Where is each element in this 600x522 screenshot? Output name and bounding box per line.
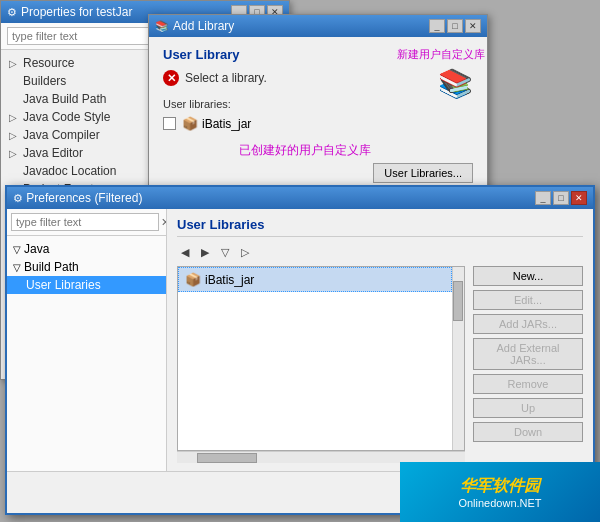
- up-button[interactable]: Up: [473, 398, 583, 418]
- tree-label: Java Compiler: [23, 128, 100, 142]
- preferences-close-btn[interactable]: ✕: [571, 191, 587, 205]
- toolbar-collapse-btn[interactable]: ▷: [237, 245, 253, 260]
- pref-tree-item-java[interactable]: ▽ Java: [7, 240, 166, 258]
- pref-tree-label: Java: [24, 242, 49, 256]
- preferences-min-btn[interactable]: _: [535, 191, 551, 205]
- properties-icon: ⚙: [7, 6, 17, 19]
- add-library-close-btn[interactable]: ✕: [465, 19, 481, 33]
- library-icon: 📦: [185, 272, 201, 287]
- watermark-line1: 华军软件园: [460, 476, 540, 497]
- add-library-title: Add Library: [173, 19, 234, 33]
- library-list-item[interactable]: 📦 iBatis_jar: [178, 267, 452, 292]
- add-library-controls: _ □ ✕: [429, 19, 481, 33]
- toolbar-back-btn[interactable]: ◀: [177, 245, 193, 260]
- pref-tree-item-user-libraries[interactable]: User Libraries: [7, 276, 166, 294]
- expand-arrow-icon: ▷: [9, 112, 19, 123]
- preferences-titlebar: ⚙ Preferences (Filtered) _ □ ✕: [7, 187, 593, 209]
- tree-label: Java Code Style: [23, 110, 110, 124]
- properties-title: Properties for testJar: [21, 5, 132, 19]
- toolbar-expand-btn[interactable]: ▽: [217, 245, 233, 260]
- preferences-main: User Libraries ◀ ▶ ▽ ▷ 📦 iBatis_jar: [167, 209, 593, 471]
- expand-arrow-icon: ▽: [13, 262, 21, 273]
- tree-label: Resource: [23, 56, 74, 70]
- add-library-content: User Library ✕ Select a library. 📚 User …: [149, 37, 487, 147]
- preferences-max-btn[interactable]: □: [553, 191, 569, 205]
- add-library-icon: 📚: [155, 20, 169, 33]
- scroll-thumb[interactable]: [453, 281, 463, 321]
- tree-label: Java Build Path: [23, 92, 106, 106]
- error-row: ✕ Select a library.: [163, 70, 473, 86]
- list-scrollbar[interactable]: [452, 267, 464, 450]
- pref-tree-label: User Libraries: [26, 278, 101, 292]
- expand-arrow-icon: ▷: [9, 130, 19, 141]
- library-item-name: iBatis_jar: [202, 117, 251, 131]
- user-libraries-label: User libraries:: [163, 98, 473, 110]
- error-text: Select a library.: [185, 71, 267, 85]
- annotation-created: 已创建好的用户自定义库: [239, 142, 371, 159]
- toolbar-forward-btn[interactable]: ▶: [197, 245, 213, 260]
- annotation-new: 新建用户自定义库: [397, 47, 485, 62]
- new-button[interactable]: New...: [473, 266, 583, 286]
- preferences-section-title: User Libraries: [177, 217, 583, 237]
- error-icon: ✕: [163, 70, 179, 86]
- preferences-search-bar: ✕: [7, 209, 166, 236]
- watermark: 华军软件园 Onlinedown.NET: [400, 462, 600, 522]
- preferences-tree: ▽ Java ▽ Build Path User Libraries: [7, 236, 166, 298]
- library-list-item[interactable]: 📦 iBatis_jar: [182, 116, 251, 131]
- preferences-controls: _ □ ✕: [535, 191, 587, 205]
- preferences-toolbar: ◀ ▶ ▽ ▷: [177, 245, 583, 260]
- library-list-container: 📦 iBatis_jar: [177, 266, 465, 451]
- tree-label: Java Editor: [23, 146, 83, 160]
- tree-label: Javadoc Location: [23, 164, 116, 178]
- add-external-jars-button[interactable]: Add External JARs...: [473, 338, 583, 370]
- library-checkbox[interactable]: [163, 117, 176, 130]
- add-library-max-btn[interactable]: □: [447, 19, 463, 33]
- pref-tree-label: Build Path: [24, 260, 79, 274]
- edit-button[interactable]: Edit...: [473, 290, 583, 310]
- down-button[interactable]: Down: [473, 422, 583, 442]
- library-list: 📦 iBatis_jar: [178, 267, 452, 450]
- library-name: iBatis_jar: [205, 273, 254, 287]
- expand-arrow-icon: ▷: [9, 148, 19, 159]
- remove-button[interactable]: Remove: [473, 374, 583, 394]
- horiz-scroll-thumb[interactable]: [197, 453, 257, 463]
- preferences-icon: ⚙: [13, 192, 23, 204]
- add-library-titlebar: 📚 Add Library _ □ ✕: [149, 15, 487, 37]
- tree-label: Builders: [23, 74, 66, 88]
- expand-arrow-icon: ▽: [13, 244, 21, 255]
- preferences-title: Preferences (Filtered): [26, 191, 142, 205]
- user-libraries-button[interactable]: User Libraries...: [373, 163, 473, 183]
- library-item-icon: 📦: [182, 116, 198, 131]
- add-library-min-btn[interactable]: _: [429, 19, 445, 33]
- preferences-body: ✕ ▽ Java ▽ Build Path User Libraries Use…: [7, 209, 593, 471]
- add-jars-button[interactable]: Add JARs...: [473, 314, 583, 334]
- preferences-content: 📦 iBatis_jar New...: [177, 266, 583, 463]
- preferences-right-buttons: New... Edit... Add JARs... Add External …: [473, 266, 583, 463]
- preferences-search-input[interactable]: [11, 213, 159, 231]
- watermark-line2: Onlinedown.NET: [458, 497, 541, 509]
- library-big-icon: 📚: [438, 67, 473, 100]
- preferences-sidebar: ✕ ▽ Java ▽ Build Path User Libraries: [7, 209, 167, 471]
- expand-arrow-icon: ▷: [9, 58, 19, 69]
- pref-tree-item-build-path[interactable]: ▽ Build Path: [7, 258, 166, 276]
